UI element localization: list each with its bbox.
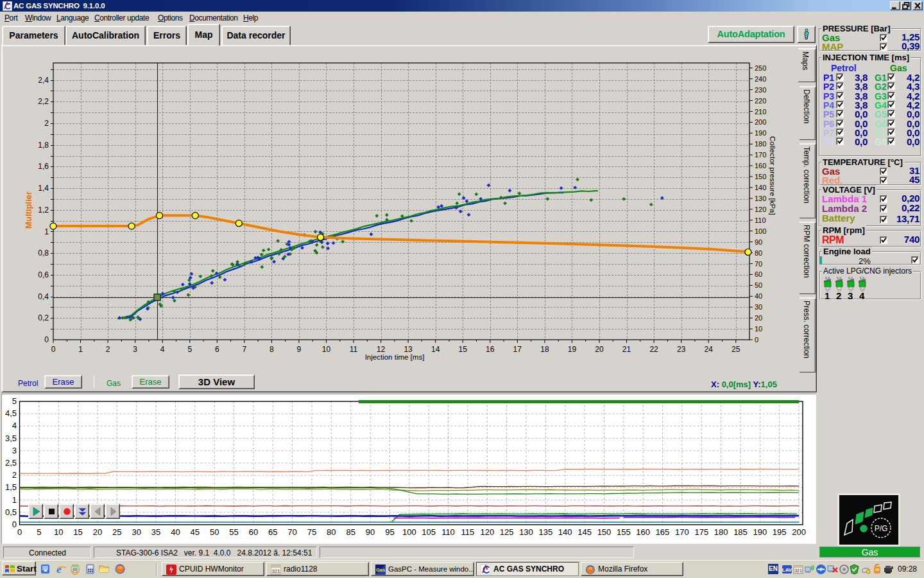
svg-text:9: 9 <box>297 345 302 354</box>
svg-text:200: 200 <box>792 527 806 537</box>
svg-text:25: 25 <box>732 345 740 354</box>
svg-text:200: 200 <box>755 118 766 126</box>
svg-text:170: 170 <box>675 527 689 537</box>
svg-text:8: 8 <box>270 345 274 354</box>
svg-text:2: 2 <box>12 470 17 480</box>
svg-text:105: 105 <box>422 527 436 537</box>
svg-text:13: 13 <box>404 345 413 354</box>
svg-text:125: 125 <box>500 527 514 537</box>
svg-text:160: 160 <box>755 162 766 170</box>
svg-text:230: 230 <box>755 86 766 94</box>
svg-text:240: 240 <box>755 75 766 83</box>
svg-text:130: 130 <box>755 195 766 202</box>
svg-text:Collector pressure [kPa]: Collector pressure [kPa] <box>769 136 776 215</box>
svg-text:7: 7 <box>242 345 246 354</box>
svg-text:23: 23 <box>677 345 686 354</box>
svg-text:1,8: 1,8 <box>38 141 49 150</box>
svg-text:210: 210 <box>755 108 766 116</box>
svg-text:15: 15 <box>459 345 468 354</box>
svg-text:0,5: 0,5 <box>5 507 17 517</box>
svg-text:19: 19 <box>568 345 577 354</box>
svg-text:110: 110 <box>755 216 766 224</box>
svg-text:5: 5 <box>37 527 41 537</box>
svg-text:21: 21 <box>622 345 631 354</box>
svg-text:3: 3 <box>133 345 137 354</box>
svg-text:3: 3 <box>12 446 17 455</box>
svg-text:3,5: 3,5 <box>5 434 17 443</box>
svg-text:0,8: 0,8 <box>38 249 49 258</box>
svg-text:0: 0 <box>12 520 17 529</box>
svg-text:11: 11 <box>350 345 358 354</box>
svg-text:0: 0 <box>44 335 49 344</box>
svg-text:130: 130 <box>519 527 533 537</box>
svg-text:190: 190 <box>753 527 767 537</box>
svg-text:1,6: 1,6 <box>38 162 49 171</box>
svg-text:1,4: 1,4 <box>38 184 49 193</box>
svg-text:140: 140 <box>755 184 766 191</box>
svg-text:80: 80 <box>755 249 762 257</box>
svg-text:2,5: 2,5 <box>5 458 17 468</box>
svg-text:150: 150 <box>755 173 766 180</box>
svg-text:155: 155 <box>617 527 631 537</box>
svg-text:25: 25 <box>112 527 121 537</box>
svg-text:160: 160 <box>636 527 650 537</box>
svg-text:1,2: 1,2 <box>38 206 49 215</box>
svg-text:165: 165 <box>656 527 670 537</box>
svg-text:15: 15 <box>73 527 82 537</box>
svg-text:1: 1 <box>44 227 49 236</box>
svg-text:24: 24 <box>705 345 714 354</box>
svg-text:140: 140 <box>558 527 572 537</box>
svg-text:95: 95 <box>385 527 394 537</box>
svg-text:14: 14 <box>431 345 440 354</box>
svg-text:120: 120 <box>480 527 494 537</box>
svg-text:LAV: LAV <box>782 567 792 573</box>
svg-text:185: 185 <box>733 527 748 537</box>
svg-text:Injection time [ms]: Injection time [ms] <box>365 353 425 361</box>
svg-text:1,5: 1,5 <box>5 482 17 492</box>
svg-text:180: 180 <box>755 140 766 148</box>
svg-text:60: 60 <box>249 527 258 537</box>
svg-text:40: 40 <box>755 292 762 300</box>
svg-text:10: 10 <box>322 345 331 354</box>
svg-text:50: 50 <box>755 281 762 289</box>
svg-text:0: 0 <box>755 336 758 344</box>
svg-text:321: 321 <box>271 568 280 574</box>
svg-text:55: 55 <box>229 527 238 537</box>
svg-text:45: 45 <box>191 527 200 537</box>
svg-text:195: 195 <box>773 527 787 537</box>
svg-text:4,5: 4,5 <box>5 408 17 418</box>
svg-text:20: 20 <box>755 314 762 322</box>
svg-text:0,2: 0,2 <box>38 313 49 322</box>
svg-text:190: 190 <box>755 129 766 137</box>
svg-text:1: 1 <box>78 345 83 354</box>
svg-text:4: 4 <box>160 345 165 354</box>
svg-text:50: 50 <box>210 527 219 537</box>
svg-text:0,4: 0,4 <box>38 292 49 301</box>
svg-text:30: 30 <box>132 527 141 537</box>
svg-text:35: 35 <box>151 527 160 537</box>
svg-text:150: 150 <box>597 527 612 537</box>
svg-text:P/G: P/G <box>875 524 888 533</box>
svg-text:5: 5 <box>12 396 17 406</box>
svg-text:80: 80 <box>327 527 336 537</box>
svg-text:22: 22 <box>649 345 658 354</box>
svg-text:0: 0 <box>17 527 22 537</box>
svg-text:20: 20 <box>93 527 102 537</box>
svg-text:135: 135 <box>539 527 553 537</box>
svg-text:321: 321 <box>794 568 802 573</box>
svg-text:115: 115 <box>461 527 475 537</box>
svg-text:70: 70 <box>287 527 296 537</box>
svg-text:e: e <box>56 563 62 575</box>
svg-text:100: 100 <box>755 227 766 235</box>
svg-text:180: 180 <box>714 527 728 537</box>
svg-text:2: 2 <box>44 119 49 128</box>
svg-text:220: 220 <box>755 97 766 105</box>
svg-text:Gas: Gas <box>376 567 385 573</box>
svg-text:0,6: 0,6 <box>38 270 49 279</box>
svg-text:175: 175 <box>694 527 708 537</box>
svg-text:70: 70 <box>755 260 762 268</box>
svg-text:30: 30 <box>755 303 762 311</box>
svg-text:120: 120 <box>755 206 766 213</box>
svg-text:145: 145 <box>578 527 592 537</box>
svg-text:40: 40 <box>171 527 180 537</box>
